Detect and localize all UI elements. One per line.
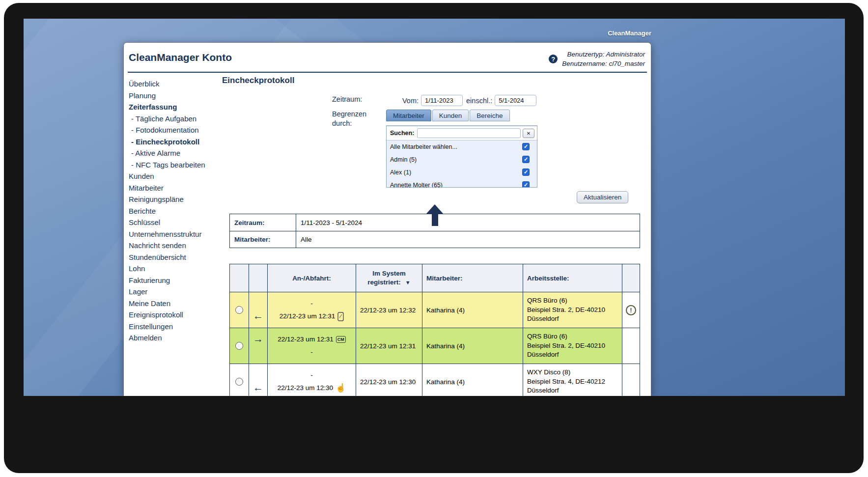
desktop-brand-label: CleanManager <box>123 29 651 37</box>
employee-option-all[interactable]: Alle Mitarbeiter wählen... ✓ <box>387 140 537 153</box>
registered-time: 22/12-23 um 12:30 <box>356 364 422 396</box>
date-from-input[interactable] <box>421 95 463 106</box>
sort-desc-icon[interactable]: ▼ <box>405 280 411 285</box>
summary-zeitraum-label: Zeitraum: <box>230 214 296 231</box>
sidebar-item-mitarbeiter[interactable]: Mitarbeiter <box>129 182 222 194</box>
arrival-arrow-icon: ← <box>253 310 263 322</box>
table-header-row: An-/Abfahrt: Im System registriert:▼ Mit… <box>230 264 640 292</box>
sidebar-item-stundenuebersicht[interactable]: Stundenübersicht <box>129 252 222 263</box>
sidebar-nav: Überblick Planung Zeiterfassung - Täglic… <box>124 73 222 396</box>
workplace-info: QRS Büro (6) Beispiel Stra. 2, DE-40210 … <box>527 332 605 360</box>
device-frame: CleanManager CleanManager Konto ? Benutz… <box>4 3 864 473</box>
employee-checkbox[interactable]: ✓ <box>522 156 530 163</box>
header-im-system[interactable]: Im System registriert:▼ <box>356 264 422 292</box>
sidebar-item-kunden[interactable]: Kunden <box>129 170 222 182</box>
manual-entry-hand-icon: ☝ <box>336 382 346 394</box>
checkin-table: An-/Abfahrt: Im System registriert:▼ Mit… <box>229 264 640 396</box>
sidebar-item-eincheckprotokoll[interactable]: - Eincheckprotokoll <box>129 136 222 148</box>
table-row: ← - 22/12-23 um 12:30 ☝ 22/12-23 um 12:3… <box>230 364 640 396</box>
table-row: ← - 22/12-23 um 12:31 22/12-23 um 12:32 <box>230 292 640 328</box>
tab-kunden[interactable]: Kunden <box>432 110 469 121</box>
sidebar-item-nachricht-senden[interactable]: Nachricht senden <box>129 240 222 252</box>
help-icon[interactable]: ? <box>549 55 558 63</box>
row-select-radio[interactable] <box>235 342 243 350</box>
sidebar-item-nfc-tags[interactable]: - NFC Tags bearbeiten <box>129 159 222 171</box>
user-info-block: ? Benutzertyp: Administrator Benutzernam… <box>549 50 645 68</box>
workplace-info: WXY Disco (8) Beispiel Stra. 4, DE-40212… <box>527 368 605 395</box>
check-icon: ✓ <box>524 143 528 150</box>
sidebar-item-planung[interactable]: Planung <box>129 90 222 102</box>
employee-checkbox[interactable]: ✓ <box>522 143 530 150</box>
search-label: Suchen: <box>390 130 414 137</box>
check-icon: ✓ <box>524 182 528 188</box>
sidebar-item-abmelden[interactable]: Abmelden <box>129 332 222 344</box>
sidebar-item-schluessel[interactable]: Schlüssel <box>129 217 222 228</box>
header-arbeitsstelle: Arbeitsstelle: <box>523 264 622 292</box>
zeitraum-label: Zeitraum: <box>332 95 386 104</box>
departure-arrow-icon: → <box>253 333 263 345</box>
header-direction-col <box>249 264 267 292</box>
einschl-label: einschl.: <box>466 97 492 105</box>
user-type: Benutzertyp: Administrator <box>562 50 645 59</box>
user-name: Benutzername: cl70_master <box>562 59 645 68</box>
sidebar-item-ueberblick[interactable]: Überblick <box>129 78 222 90</box>
sidebar-item-reinigungsplaene[interactable]: Reinigungspläne <box>129 194 222 205</box>
employee-checkbox[interactable]: ✓ <box>522 168 530 176</box>
clear-search-button[interactable]: ✕ <box>523 129 534 138</box>
cleanmanager-app-icon: CM <box>336 336 346 343</box>
summary-mitarbeiter-label: Mitarbeiter: <box>230 231 296 248</box>
main-content: Eincheckprotokoll Zeitraum: Vom: einschl… <box>222 73 651 396</box>
registered-time: 22/12-23 um 12:32 <box>356 292 422 328</box>
window-header: CleanManager Konto ? Benutzertyp: Admini… <box>124 43 651 68</box>
update-button[interactable]: Aktualisieren <box>577 191 628 203</box>
sidebar-item-einstellungen[interactable]: Einstellungen <box>129 321 222 333</box>
zeitraum-row: Zeitraum: Vom: einschl.: <box>222 95 651 106</box>
sidebar-item-taegliche-aufgaben[interactable]: - Tägliche Aufgaben <box>129 113 222 125</box>
sidebar-item-ereignisprotokoll[interactable]: Ereignisprotokoll <box>129 309 222 321</box>
check-icon: ✓ <box>524 156 528 163</box>
sidebar-item-unternehmensstruktur[interactable]: Unternehmensstruktur <box>129 228 222 240</box>
desktop-background: CleanManager CleanManager Konto ? Benutz… <box>24 19 845 396</box>
pointer-up-arrow-icon <box>426 204 444 226</box>
row-select-radio[interactable] <box>235 306 243 314</box>
workplace-info: QRS Büro (6) Beispiel Stra. 2, DE-40210 … <box>527 296 605 324</box>
employee-filter-panel: Suchen: ✕ Alle Mitarbeiter wählen... ✓ A… <box>386 125 537 188</box>
row-select-radio[interactable] <box>235 378 243 386</box>
clear-search-icon: ✕ <box>527 131 531 136</box>
header-an-abfahrt: An-/Abfahrt: <box>267 264 356 292</box>
tab-mitarbeiter[interactable]: Mitarbeiter <box>386 110 431 121</box>
begrenzen-row: Begrenzen durch: Mitarbeiter Kunden Bere… <box>222 110 651 203</box>
vom-label: Vom: <box>402 97 419 105</box>
app-window: CleanManager Konto ? Benutzertyp: Admini… <box>123 42 651 396</box>
sidebar-item-berichte[interactable]: Berichte <box>129 205 222 217</box>
search-input[interactable] <box>417 128 521 138</box>
employee-name: Katharina (4) <box>422 364 523 396</box>
sidebar-item-lohn[interactable]: Lohn <box>129 263 222 275</box>
sidebar-item-lager[interactable]: Lager <box>129 286 222 298</box>
employee-name: Katharina (4) <box>422 328 523 364</box>
header-mitarbeiter: Mitarbeiter: <box>422 264 523 292</box>
summary-zeitraum-value: 1/11-2023 - 5/1-2024 <box>296 214 640 231</box>
table-row: → 22/12-23 um 12:31 CM - 22/12-23 um 12:… <box>230 328 640 364</box>
employee-option-alex[interactable]: Alex (1) ✓ <box>387 166 537 179</box>
warning-icon: ! <box>626 305 636 315</box>
sidebar-item-fotodokumentation[interactable]: - Fotodokumentation <box>129 124 222 136</box>
sidebar-item-meine-daten[interactable]: Meine Daten <box>129 298 222 309</box>
sidebar-item-zeiterfassung[interactable]: Zeiterfassung <box>129 101 222 113</box>
employee-checkbox[interactable]: ✓ <box>522 181 530 188</box>
employee-option-annette[interactable]: Annette Molter (65) ✓ <box>387 179 537 188</box>
summary-mitarbeiter-value: Alle <box>296 231 640 248</box>
registered-time: 22/12-23 um 12:31 <box>356 328 422 364</box>
header-select-col <box>230 264 249 292</box>
page-title: CleanManager Konto <box>129 52 232 63</box>
employee-option-admin[interactable]: Admin (5) ✓ <box>387 153 537 166</box>
arrival-arrow-icon: ← <box>253 382 263 393</box>
section-heading: Eincheckprotokoll <box>222 76 651 85</box>
tab-bereiche[interactable]: Bereiche <box>470 110 509 121</box>
phone-icon <box>337 312 344 321</box>
date-to-input[interactable] <box>495 95 536 106</box>
sidebar-item-aktive-alarme[interactable]: - Aktive Alarme <box>129 147 222 159</box>
sidebar-item-fakturierung[interactable]: Fakturierung <box>129 275 222 286</box>
summary-row-mitarbeiter: Mitarbeiter: Alle <box>230 231 640 248</box>
header-warning-col <box>622 264 640 292</box>
